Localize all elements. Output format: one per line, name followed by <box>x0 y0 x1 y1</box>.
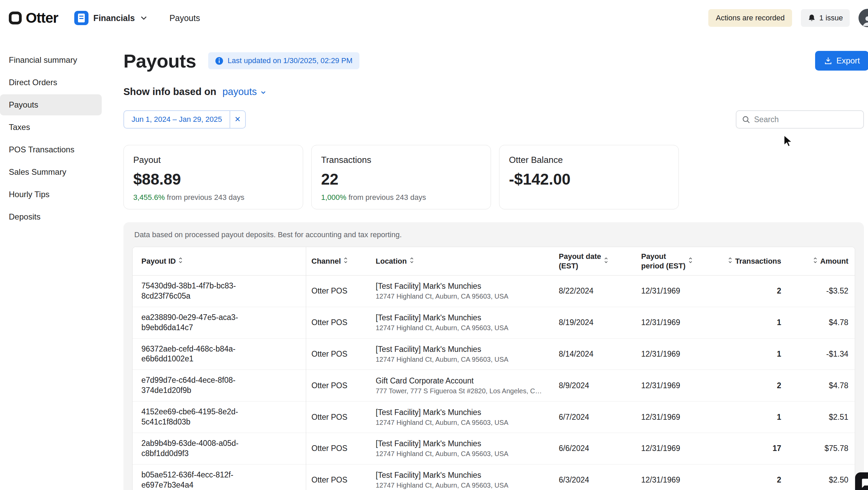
sidebar: Financial summaryDirect OrdersPayoutsTax… <box>0 36 112 229</box>
sidebar-item-sales-summary[interactable]: Sales Summary <box>0 162 102 183</box>
stat-card: Payout $88.89 3,455.6% from previous 243… <box>123 145 303 209</box>
location-name: [Test Facility] Mark's Munchies <box>376 408 548 417</box>
payout-period-cell: 12/31/1969 <box>636 401 719 433</box>
bell-icon <box>808 14 816 22</box>
column-header-channel[interactable]: Channel <box>306 247 370 276</box>
stat-cards: Payout $88.89 3,455.6% from previous 243… <box>123 145 864 209</box>
payout-row[interactable]: 75430d9d-38b1-4f7b-bc83-8cd23f76c05aOtte… <box>133 276 855 307</box>
issues-button[interactable]: 1 issue <box>801 9 850 27</box>
sidebar-item-financial-summary[interactable]: Financial summary <box>0 50 102 71</box>
sidebar-item-pos-transactions[interactable]: POS Transactions <box>0 139 102 160</box>
chevron-down-icon <box>140 16 147 20</box>
transactions-cell: 2 <box>719 370 787 401</box>
location-cell: [Test Facility] Mark's Munchies12747 Hig… <box>370 401 553 433</box>
transactions-cell: 1 <box>719 401 787 433</box>
sort-icon[interactable] <box>410 257 414 266</box>
sort-icon[interactable] <box>343 257 348 266</box>
title-row: Payouts Last updated on 1/30/2025, 02:29… <box>123 46 864 75</box>
payout-row[interactable]: 96372aeb-cefd-468c-b84a-e6b6dd1002e1Otte… <box>133 338 855 370</box>
sort-icon[interactable] <box>688 257 693 266</box>
stat-card: Transactions 22 1,000% from previous 243… <box>311 145 491 209</box>
sidebar-item-direct-orders[interactable]: Direct Orders <box>0 72 102 93</box>
payout-date-cell: 8/22/2024 <box>553 276 636 307</box>
otter-home-link[interactable]: Otter <box>9 10 58 26</box>
top-bar: Otter Financials Payouts Actions are rec… <box>0 0 868 36</box>
sort-icon[interactable] <box>604 257 608 266</box>
payout-id-cell: 2ab9b4b9-63de-4008-a05d-c8bf1dd0d9f3 <box>133 433 306 464</box>
location-name: [Test Facility] Mark's Munchies <box>376 282 548 291</box>
column-label: Transactions <box>735 257 781 266</box>
column-label: Location <box>376 257 407 266</box>
payout-row[interactable]: b05ae512-636f-4ecc-812f-e697e7b3e4a4Otte… <box>133 464 855 490</box>
column-header-transactions[interactable]: Transactions <box>719 247 787 276</box>
amount-cell: $4.78 <box>787 307 855 338</box>
transactions-cell: 1 <box>719 338 787 370</box>
amount-cell: $2.50 <box>787 464 855 490</box>
search-icon <box>742 115 750 124</box>
column-label: Amount <box>820 257 848 266</box>
workspace-label: Financials <box>93 13 135 23</box>
column-label: Payoutperiod (EST) <box>641 252 686 270</box>
column-header-payout-date-est[interactable]: Payout date(EST) <box>553 247 636 276</box>
column-label: Payout date(EST) <box>559 252 601 270</box>
column-header-amount[interactable]: Amount <box>787 247 855 276</box>
search-box[interactable] <box>736 110 864 129</box>
stat-delta: 3,455.6% from previous 243 days <box>133 193 293 202</box>
main-content: Payouts Last updated on 1/30/2025, 02:29… <box>112 36 868 490</box>
last-updated-badge: Last updated on 1/30/2025, 02:29 PM <box>208 52 359 69</box>
location-address: 12747 Highland Ct, Auburn, CA 95603, USA <box>376 356 548 363</box>
table-note: Data based on processed payout deposits.… <box>132 222 855 247</box>
channel-cell: Otter POS <box>306 433 370 464</box>
stat-value: -$142.00 <box>509 170 669 188</box>
location-address: 12747 Highland Ct, Auburn, CA 95603, USA <box>376 419 548 427</box>
payout-id-cell: 4152ee69-cbe6-4195-8e2d-5c41c1f8d03b <box>133 401 306 433</box>
column-header-payout-period-est[interactable]: Payoutperiod (EST) <box>636 247 719 276</box>
payout-id-cell: ea238890-0e29-47e5-aca3-b9ebd6da14c7 <box>133 307 306 338</box>
sidebar-item-deposits[interactable]: Deposits <box>0 206 102 227</box>
location-cell: [Test Facility] Mark's Munchies12747 Hig… <box>370 338 553 370</box>
sort-icon[interactable] <box>813 257 817 266</box>
avatar[interactable] <box>859 9 868 27</box>
payout-period-cell: 12/31/1969 <box>636 307 719 338</box>
chat-button[interactable] <box>855 472 868 490</box>
location-address: 12747 Highland Ct, Auburn, CA 95603, USA <box>376 482 548 489</box>
stat-delta: 1,000% from previous 243 days <box>321 193 481 202</box>
channel-cell: Otter POS <box>306 370 370 401</box>
amount-cell: -$1.34 <box>787 338 855 370</box>
payout-row[interactable]: ea238890-0e29-47e5-aca3-b9ebd6da14c7Otte… <box>133 307 855 338</box>
show-info-dropdown[interactable]: payouts <box>222 86 266 97</box>
location-address: 12747 Highland Ct, Auburn, CA 95603, USA <box>376 324 548 332</box>
sort-icon[interactable] <box>728 257 732 266</box>
sidebar-item-taxes[interactable]: Taxes <box>0 117 102 138</box>
stat-title: Payout <box>133 155 293 165</box>
sort-icon[interactable] <box>178 257 183 266</box>
column-header-location[interactable]: Location <box>370 247 553 276</box>
amount-cell: $4.78 <box>787 370 855 401</box>
info-icon <box>215 57 223 65</box>
close-icon[interactable]: ✕ <box>230 111 245 128</box>
sidebar-item-payouts[interactable]: Payouts <box>0 94 102 115</box>
channel-cell: Otter POS <box>306 307 370 338</box>
payout-id-cell: 75430d9d-38b1-4f7b-bc83-8cd23f76c05a <box>133 276 306 307</box>
export-button[interactable]: Export <box>815 51 868 71</box>
date-range-text: Jun 1, 2024 – Jan 29, 2025 <box>124 111 230 128</box>
sidebar-item-hourly-tips[interactable]: Hourly Tips <box>0 184 102 205</box>
column-label: Payout ID <box>141 257 176 266</box>
transactions-cell: 1 <box>719 307 787 338</box>
search-input[interactable] <box>754 115 858 124</box>
chevron-down-icon <box>261 91 266 94</box>
breadcrumb[interactable]: Payouts <box>170 13 200 23</box>
payout-row[interactable]: e7d99d7e-c64d-4ece-8f08-374de1d20f9bOtte… <box>133 370 855 401</box>
location-address: 12747 Highland Ct, Auburn, CA 95603, USA <box>376 293 548 300</box>
payout-period-cell: 12/31/1969 <box>636 464 719 490</box>
stat-title: Transactions <box>321 155 481 165</box>
stat-value: 22 <box>321 170 481 188</box>
location-cell: Gift Card Corporate Account777 Tower, 77… <box>370 370 553 401</box>
financials-app-icon <box>74 11 88 25</box>
workspace-switcher[interactable]: Financials <box>74 11 147 25</box>
payout-row[interactable]: 4152ee69-cbe6-4195-8e2d-5c41c1f8d03bOtte… <box>133 401 855 433</box>
column-header-payout-id[interactable]: Payout ID <box>133 247 306 276</box>
location-address: 777 Tower, 777 S Figueroa St #2820, Los … <box>376 387 548 395</box>
payout-row[interactable]: 2ab9b4b9-63de-4008-a05d-c8bf1dd0d9f3Otte… <box>133 433 855 464</box>
date-range-chip[interactable]: Jun 1, 2024 – Jan 29, 2025 ✕ <box>123 110 246 129</box>
